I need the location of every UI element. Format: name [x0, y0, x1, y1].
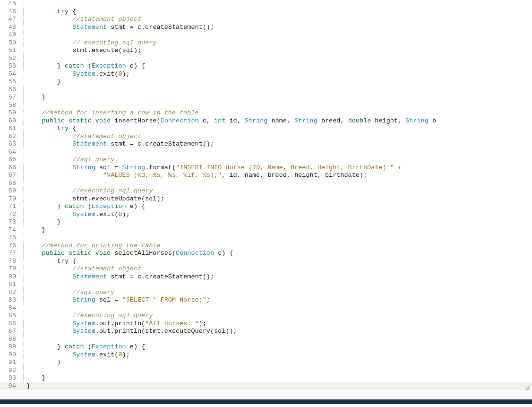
- code-line[interactable]: 76 //method for printing the table: [0, 242, 532, 250]
- code-text[interactable]: Statement stmt = c.createStatement();: [26, 140, 532, 148]
- code-text[interactable]: System.exit(0);: [26, 351, 532, 359]
- code-line[interactable]: 84: [0, 304, 532, 312]
- code-text[interactable]: String sql = "SELECT * FROM Horse;";: [26, 296, 532, 304]
- code-text[interactable]: [26, 336, 532, 344]
- code-line[interactable]: 52: [0, 55, 532, 63]
- code-text[interactable]: try {: [26, 258, 532, 266]
- code-line[interactable]: 48 Statement stmt = c.createStatement();: [0, 24, 532, 32]
- code-text[interactable]: [26, 86, 532, 94]
- code-line[interactable]: 65 //sql query: [0, 156, 532, 164]
- code-line[interactable]: 70 stmt.executeUpdate(sql);: [0, 195, 532, 203]
- code-line[interactable]: 79 //statement object: [0, 265, 532, 273]
- code-line[interactable]: 49: [0, 31, 532, 39]
- code-text[interactable]: } catch (Exception e) {: [26, 203, 532, 211]
- code-line[interactable]: 59 //method for inserting a row in the t…: [0, 109, 532, 117]
- code-line[interactable]: 57 }: [0, 94, 532, 102]
- code-text[interactable]: }: [26, 78, 532, 86]
- code-line[interactable]: 85 //executing sql query: [0, 312, 532, 320]
- code-text[interactable]: stmt.execute(sql);: [26, 47, 532, 55]
- code-line[interactable]: 45: [0, 0, 532, 8]
- code-text[interactable]: }: [26, 94, 532, 102]
- code-text[interactable]: } catch (Exception e) {: [26, 343, 532, 351]
- code-line[interactable]: 47 //statement object: [0, 16, 532, 24]
- code-text[interactable]: Statement stmt = c.createStatement();: [26, 273, 532, 281]
- code-text[interactable]: }: [26, 382, 532, 390]
- code-text[interactable]: [26, 180, 532, 188]
- code-line[interactable]: 91 }: [0, 359, 532, 367]
- code-line[interactable]: 90 System.exit(0);: [0, 351, 532, 359]
- code-line[interactable]: 83 String sql = "SELECT * FROM Horse;";: [0, 296, 532, 304]
- code-text[interactable]: //executing sql query: [26, 312, 532, 320]
- code-line[interactable]: 56: [0, 86, 532, 94]
- code-text[interactable]: [26, 55, 532, 63]
- code-text[interactable]: public static void insertHorse(Connectio…: [26, 117, 532, 125]
- code-text[interactable]: }: [26, 374, 532, 382]
- code-line[interactable]: 93 }: [0, 374, 532, 382]
- code-line[interactable]: 50 // executing sql query: [0, 39, 532, 47]
- code-line[interactable]: 89 } catch (Exception e) {: [0, 343, 532, 351]
- code-line[interactable]: 92: [0, 367, 532, 375]
- code-line[interactable]: 54 System.exit(0);: [0, 70, 532, 78]
- code-line[interactable]: 77 public static void selectAllHorses(Co…: [0, 250, 532, 258]
- code-line[interactable]: 78 try {: [0, 258, 532, 266]
- code-text[interactable]: //method for inserting a row in the tabl…: [26, 109, 532, 117]
- code-line[interactable]: 74 }: [0, 226, 532, 234]
- code-line[interactable]: 81: [0, 281, 532, 289]
- code-line[interactable]: 82 //sql query: [0, 289, 532, 297]
- code-line[interactable]: 69 //executing sql query: [0, 187, 532, 195]
- code-line[interactable]: 62 //statement object: [0, 133, 532, 141]
- code-line[interactable]: 80 Statement stmt = c.createStatement();: [0, 273, 532, 281]
- code-text[interactable]: }: [26, 359, 532, 367]
- code-text[interactable]: //method for printing the table: [26, 242, 532, 250]
- code-text[interactable]: //executing sql query: [26, 187, 532, 195]
- code-text[interactable]: } catch (Exception e) {: [26, 62, 532, 70]
- code-text[interactable]: System.exit(0);: [26, 70, 532, 78]
- code-line[interactable]: 60 public static void insertHorse(Connec…: [0, 117, 532, 125]
- code-line[interactable]: 58: [0, 102, 532, 110]
- code-line[interactable]: 64: [0, 148, 532, 156]
- code-line[interactable]: 72 System.exit(0);: [0, 211, 532, 219]
- code-line[interactable]: 63 Statement stmt = c.createStatement();: [0, 140, 532, 148]
- code-text[interactable]: [26, 31, 532, 39]
- code-text[interactable]: [26, 281, 532, 289]
- code-text[interactable]: }: [26, 218, 532, 226]
- code-line[interactable]: 88: [0, 336, 532, 344]
- code-line[interactable]: 51 stmt.execute(sql);: [0, 47, 532, 55]
- code-text[interactable]: Statement stmt = c.createStatement();: [26, 24, 532, 32]
- code-text[interactable]: try {: [26, 8, 532, 16]
- code-line[interactable]: 75: [0, 234, 532, 242]
- code-line[interactable]: 46 try {: [0, 8, 532, 16]
- code-text[interactable]: //sql query: [26, 289, 532, 297]
- resize-handle-icon[interactable]: [523, 384, 530, 390]
- code-text[interactable]: System.exit(0);: [26, 211, 532, 219]
- code-line[interactable]: 87 System.out.println(stmt.executeQuery(…: [0, 328, 532, 336]
- code-line[interactable]: 94}: [0, 382, 532, 390]
- code-text[interactable]: //statement object: [26, 16, 532, 24]
- code-text[interactable]: stmt.executeUpdate(sql);: [26, 195, 532, 203]
- code-text[interactable]: [26, 234, 532, 242]
- code-line[interactable]: 67 "VALUES (%d, %s, %s, %lf, %s);", id, …: [0, 172, 532, 180]
- code-line[interactable]: 86 System.out.println("All horses: ");: [0, 320, 532, 328]
- code-text[interactable]: [26, 102, 532, 110]
- code-line[interactable]: 55 }: [0, 78, 532, 86]
- code-text[interactable]: }: [26, 226, 532, 234]
- code-text[interactable]: //statement object: [26, 265, 532, 273]
- code-text[interactable]: //sql query: [26, 156, 532, 164]
- code-line[interactable]: 66 String sql = String.format("INSERT IN…: [0, 164, 532, 172]
- code-editor[interactable]: 4546 try {47 //statement object48 Statem…: [0, 0, 532, 392]
- code-line[interactable]: 61 try {: [0, 125, 532, 133]
- code-text[interactable]: "VALUES (%d, %s, %s, %lf, %s);", id, nam…: [26, 172, 532, 180]
- code-text[interactable]: String sql = String.format("INSERT INTO …: [26, 164, 532, 172]
- code-text[interactable]: [26, 148, 532, 156]
- code-line[interactable]: 53 } catch (Exception e) {: [0, 62, 532, 70]
- code-text[interactable]: [26, 367, 532, 375]
- editor-content[interactable]: 4546 try {47 //statement object48 Statem…: [0, 0, 532, 392]
- code-text[interactable]: [26, 0, 532, 8]
- code-text[interactable]: System.out.println("All horses: ");: [26, 320, 532, 328]
- code-text[interactable]: System.out.println(stmt.executeQuery(sql…: [26, 328, 532, 336]
- code-line[interactable]: 71 } catch (Exception e) {: [0, 203, 532, 211]
- code-text[interactable]: //statement object: [26, 133, 532, 141]
- code-text[interactable]: // executing sql query: [26, 39, 532, 47]
- code-line[interactable]: 68: [0, 180, 532, 188]
- code-text[interactable]: try {: [26, 125, 532, 133]
